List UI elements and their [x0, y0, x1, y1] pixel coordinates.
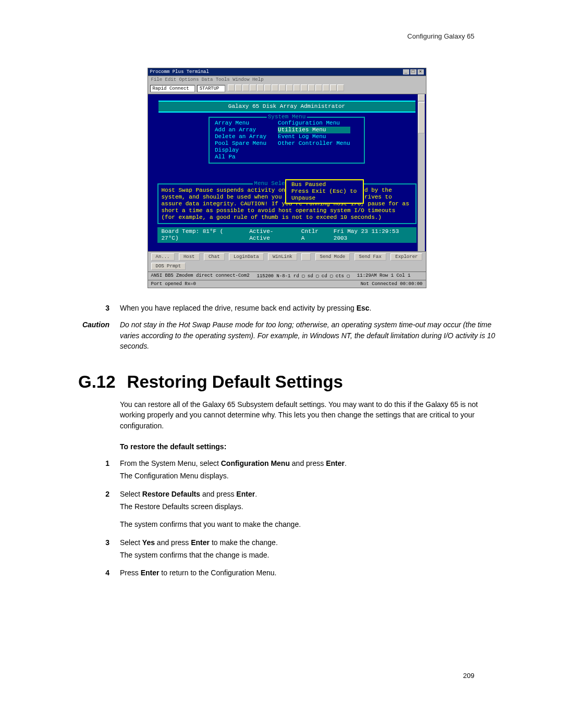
- intro-paragraph: You can restore all of the Galaxy 65 Sub…: [120, 399, 495, 431]
- system-menu-title: System Menu: [267, 114, 307, 120]
- window-title: Procomm Plus Terminal: [150, 69, 209, 75]
- caution-row: Caution Do not stay in the Hot Swap Paus…: [78, 319, 495, 351]
- status-mid: 115200 N-8-1 rd ▢ sd ▢ cd ▢ cts ▢: [257, 273, 350, 279]
- port-status-left: Port opened Rx=0: [151, 281, 196, 287]
- admin-title: Galaxy 65 Disk Array Administrator: [158, 101, 415, 113]
- bottom-button[interactable]: An...: [151, 253, 175, 261]
- text: When you have replaced the drive, resume…: [120, 304, 357, 312]
- caution-text: Do not stay in the Hot Swap Pause mode f…: [120, 319, 495, 351]
- bottom-button[interactable]: Explorer: [390, 253, 422, 261]
- bus-paused-line1: Bus Paused: [291, 181, 358, 188]
- step-number: 3: [78, 303, 120, 313]
- step-3-row: 3 When you have replaced the drive, resu…: [78, 303, 495, 313]
- status-line: Board Temp: 81°F ( 27°C) Active-Active C…: [157, 227, 417, 243]
- toolbar-icon[interactable]: [308, 84, 315, 91]
- bottom-button[interactable]: Chat: [204, 253, 225, 261]
- terminal-content: Galaxy 65 Disk Array Administrator Syste…: [148, 94, 426, 252]
- bottom-button[interactable]: [301, 253, 311, 261]
- status-right: 11:29AM Row 1 Col 1: [357, 273, 411, 279]
- menu-item-highlighted[interactable]: Utilities Menu: [278, 127, 350, 133]
- step-text: From the System Menu, select Configurati…: [120, 458, 495, 482]
- system-menu-right: Configuration Menu Utilities Menu Event …: [278, 120, 350, 161]
- step-number: 3: [78, 537, 120, 561]
- toolbar-icon[interactable]: [315, 84, 322, 91]
- minimize-icon[interactable]: _: [403, 69, 409, 75]
- section-number: G.12: [78, 372, 116, 392]
- window-controls: _ □ ×: [403, 69, 424, 75]
- bottom-button[interactable]: Host: [179, 253, 200, 261]
- status-temp: Board Temp: 81°F ( 27°C): [162, 228, 240, 242]
- menu-item[interactable]: Other Controller Menu: [278, 140, 350, 147]
- close-icon[interactable]: ×: [418, 69, 424, 75]
- bottom-button[interactable]: DOS Prmpt: [151, 263, 186, 270]
- scroll-thumb[interactable]: [418, 102, 425, 133]
- list-item: 1From the System Menu, select Configurat…: [78, 458, 495, 482]
- section-heading: G.12 Restoring Default Settings: [78, 372, 495, 392]
- running-header: Configuring Galaxy 65: [407, 32, 474, 40]
- toolbar-icon[interactable]: [257, 84, 264, 91]
- status-ctrl: Cntlr A: [301, 228, 324, 242]
- step-number: 2: [78, 489, 120, 530]
- step-number: 4: [78, 567, 120, 578]
- key-esc: Esc: [357, 304, 370, 312]
- toolbar-icon[interactable]: [293, 84, 300, 91]
- toolbar-icon[interactable]: [337, 84, 344, 91]
- window-titlebar: Procomm Plus Terminal _ □ ×: [148, 68, 426, 76]
- menu-item[interactable]: Add an Array: [215, 127, 266, 133]
- bus-paused-popup: Bus Paused Press Exit (Esc) to Unpause: [285, 179, 364, 204]
- bottom-button-bar: An...HostChatLoginDataWinLinkSend ModeSe…: [148, 252, 426, 272]
- bottom-button[interactable]: WinLink: [268, 253, 297, 261]
- menubar[interactable]: File Edit Options Data Tools Window Help: [148, 76, 426, 83]
- terminal-screenshot: Procomm Plus Terminal _ □ × File Edit Op…: [148, 68, 426, 288]
- list-item: 2Select Restore Defaults and press Enter…: [78, 489, 495, 530]
- procedure-subhead: To restore the default settings:: [120, 442, 495, 451]
- status-mode: Active-Active: [249, 228, 292, 242]
- bottom-button[interactable]: Send Fax: [354, 253, 386, 261]
- maximize-icon[interactable]: □: [410, 69, 417, 75]
- menu-item[interactable]: Delete an Array: [215, 133, 266, 140]
- caution-label: Caution: [78, 319, 120, 351]
- menu-item[interactable]: Configuration Menu: [278, 120, 350, 127]
- bottom-button[interactable]: LoginData: [229, 253, 264, 261]
- menu-item[interactable]: Display: [215, 147, 266, 154]
- menu-item[interactable]: All Pa: [215, 154, 266, 161]
- toolbar-icon[interactable]: [301, 84, 308, 91]
- toolbar-icon[interactable]: [279, 84, 286, 91]
- connect-combo[interactable]: Rapid Connect: [150, 85, 195, 92]
- menu-item[interactable]: Event Log Menu: [278, 133, 350, 140]
- list-item: 4Press Enter to return to the Configurat…: [78, 567, 495, 578]
- scrollbar[interactable]: [418, 94, 425, 251]
- step-text: When you have replaced the drive, resume…: [120, 303, 495, 313]
- toolbar-icon[interactable]: [323, 84, 329, 91]
- port-status-row: Port opened Rx=0 Not Connected 00:00:00: [148, 280, 426, 288]
- toolbar-icon[interactable]: [242, 84, 249, 91]
- toolbar-icon[interactable]: [250, 84, 256, 91]
- step-text: Press Enter to return to the Configurati…: [120, 567, 495, 578]
- toolbar-icon[interactable]: [235, 84, 242, 91]
- page-number: 209: [78, 672, 495, 680]
- toolbar-icon[interactable]: [264, 84, 271, 91]
- system-menu-left: Array Menu Add an Array Delete an Array …: [215, 120, 266, 161]
- scroll-up-icon[interactable]: [418, 94, 425, 101]
- port-status-right: Not Connected 00:00:00: [361, 281, 423, 287]
- toolbar-icons: [227, 84, 344, 93]
- toolbar-icon[interactable]: [272, 84, 278, 91]
- bottom-button[interactable]: Send Mode: [315, 253, 350, 261]
- procedure-steps: 1From the System Menu, select Configurat…: [78, 458, 495, 578]
- toolbar-icon[interactable]: [330, 84, 337, 91]
- bus-paused-line2: Press Exit (Esc) to Unpause: [291, 188, 358, 202]
- toolbar-icon[interactable]: [228, 84, 235, 91]
- step-text: Select Yes and press Enter to make the c…: [120, 537, 495, 561]
- list-item: 3Select Yes and press Enter to make the …: [78, 537, 495, 561]
- text: .: [370, 304, 372, 312]
- menu-item[interactable]: Pool Spare Menu: [215, 140, 266, 147]
- step-text: Select Restore Defaults and press Enter.…: [120, 489, 495, 530]
- toolbar-icon[interactable]: [286, 84, 293, 91]
- step-number: 1: [78, 458, 120, 482]
- toolbar: Rapid Connect STARTUP: [148, 83, 426, 94]
- system-menu: System Menu Array Menu Add an Array Dele…: [209, 117, 365, 164]
- startup-combo[interactable]: STARTUP: [197, 85, 225, 92]
- menu-item[interactable]: Array Menu: [215, 120, 266, 127]
- connection-status-row: ANSI BBS Zmodem direct connect-Com2 1152…: [148, 272, 426, 280]
- section-title: Restoring Default Settings: [127, 372, 343, 392]
